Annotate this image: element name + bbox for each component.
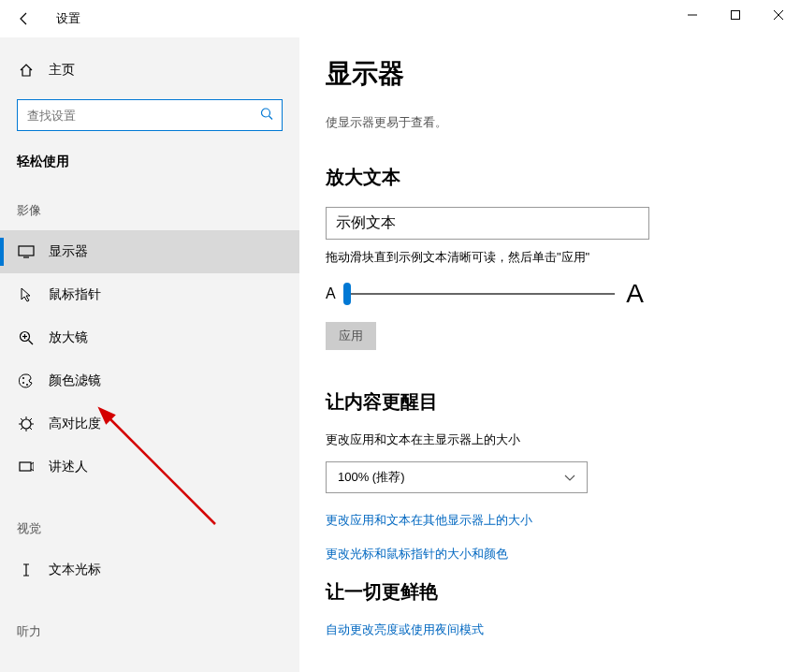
sidebar-item-cursor[interactable]: 鼠标指针 (0, 273, 299, 316)
svg-line-20 (21, 418, 22, 420)
svg-line-21 (30, 428, 32, 430)
slider-hint: 拖动滑块直到示例文本清晰可读，然后单击"应用" (326, 249, 800, 266)
home-button[interactable]: 主页 (0, 54, 299, 86)
text-size-slider[interactable]: A A (326, 279, 644, 309)
category-label: 视觉 (0, 489, 299, 548)
svg-rect-24 (20, 462, 31, 471)
window-controls (671, 0, 800, 30)
section-heading-brighter: 让一切更鲜艳 (326, 579, 800, 605)
chevron-down-icon (564, 471, 575, 485)
link-other-displays[interactable]: 更改应用和文本在其他显示器上的大小 (326, 512, 800, 529)
page-subtitle: 使显示器更易于查看。 (326, 114, 800, 131)
narrator-icon (17, 460, 36, 475)
titlebar: 设置 (0, 0, 800, 37)
svg-line-5 (269, 116, 273, 120)
apply-button[interactable]: 应用 (326, 322, 376, 350)
close-button[interactable] (757, 0, 800, 30)
slider-thumb[interactable] (343, 283, 351, 305)
svg-rect-1 (732, 11, 740, 20)
nav-label: 文本光标 (49, 562, 101, 578)
sidebar-item-magnifier[interactable]: 放大镜 (0, 316, 299, 359)
search-icon (260, 108, 273, 124)
link-cursor-size[interactable]: 更改光标和鼠标指针的大小和颜色 (326, 546, 800, 562)
svg-point-15 (22, 419, 31, 429)
window-title: 设置 (56, 10, 80, 27)
sidebar-item-textcursor[interactable]: 文本光标 (0, 548, 299, 592)
select-value: 100% (推荐) (338, 469, 405, 486)
sidebar-item-contrast[interactable]: 高对比度 (0, 402, 299, 446)
search-input[interactable] (17, 99, 283, 131)
page-title: 显示器 (326, 56, 800, 92)
palette-icon (17, 373, 36, 388)
sidebar-item-colorfilter[interactable]: 颜色滤镜 (0, 359, 299, 402)
textcursor-icon (17, 562, 36, 577)
back-button[interactable] (13, 7, 36, 30)
category-label: 影像 (0, 170, 299, 230)
content-pane: 显示器 使显示器更易于查看。 放大文本 示例文本 拖动滑块直到示例文本清晰可读，… (299, 37, 800, 672)
svg-line-22 (30, 418, 32, 420)
link-night-mode[interactable]: 自动更改亮度或使用夜间模式 (326, 621, 800, 638)
nav-label: 显示器 (49, 243, 88, 260)
nav-label: 放大镜 (49, 329, 88, 346)
category-label: 听力 (0, 592, 299, 651)
scale-description: 更改应用和文本在主显示器上的大小 (326, 431, 800, 448)
sidebar: 主页 轻松使用 影像 显示器 鼠标指针 放大镜 颜色滤镜 (0, 37, 299, 672)
monitor-icon (17, 245, 36, 258)
nav-label: 颜色滤镜 (49, 373, 101, 389)
svg-point-14 (26, 384, 28, 386)
maximize-button[interactable] (714, 0, 757, 30)
search-container (17, 99, 283, 131)
slider-min-label: A (326, 285, 336, 302)
nav-label: 高对比度 (49, 416, 101, 432)
slider-track[interactable] (343, 293, 616, 295)
cursor-icon (17, 287, 36, 302)
svg-point-12 (22, 377, 24, 379)
sample-text-box: 示例文本 (326, 207, 649, 240)
contrast-icon (17, 416, 36, 431)
scale-select[interactable]: 100% (推荐) (326, 461, 588, 493)
section-heading: 轻松使用 (0, 131, 299, 170)
nav-label: 鼠标指针 (49, 286, 101, 303)
home-label: 主页 (49, 62, 75, 79)
minimize-button[interactable] (671, 0, 714, 30)
svg-point-13 (22, 382, 24, 384)
magnifier-icon (17, 330, 36, 345)
svg-rect-6 (19, 246, 34, 256)
svg-line-11 (29, 341, 34, 345)
main-container: 主页 轻松使用 影像 显示器 鼠标指针 放大镜 颜色滤镜 (0, 37, 800, 672)
section-heading-bigger: 让内容更醒目 (326, 389, 800, 415)
slider-max-label: A (626, 279, 644, 309)
section-heading-text: 放大文本 (326, 165, 800, 190)
sidebar-item-narrator[interactable]: 讲述人 (0, 446, 299, 489)
svg-point-4 (262, 109, 270, 117)
nav-label: 讲述人 (49, 459, 88, 475)
svg-line-23 (21, 428, 22, 430)
sidebar-item-display[interactable]: 显示器 (0, 230, 299, 273)
home-icon (17, 63, 36, 78)
